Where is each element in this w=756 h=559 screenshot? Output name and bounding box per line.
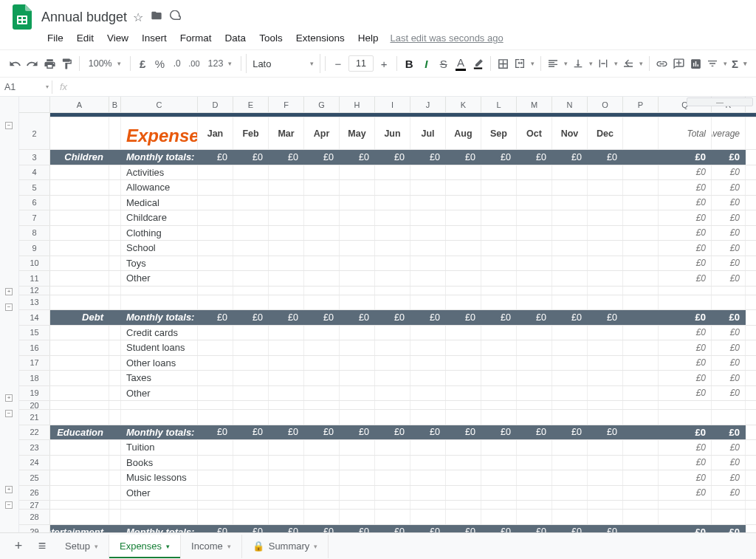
monthly-total-val[interactable]: £0 xyxy=(552,150,588,165)
functions-button[interactable]: Σ xyxy=(730,54,749,73)
section-average[interactable]: £0 xyxy=(712,425,746,440)
col-header-M[interactable]: M xyxy=(517,97,552,112)
item-month-cell[interactable] xyxy=(588,486,623,501)
monthly-total-val[interactable]: £0 xyxy=(481,150,517,165)
document-title[interactable]: Annual budget xyxy=(41,10,127,25)
item-month-cell[interactable] xyxy=(340,386,375,401)
item-month-cell[interactable] xyxy=(198,271,233,286)
item-month-cell[interactable] xyxy=(375,470,410,485)
print-button[interactable] xyxy=(41,54,57,73)
item-month-cell[interactable] xyxy=(304,356,340,371)
empty-cell[interactable] xyxy=(198,287,233,295)
item-month-cell[interactable] xyxy=(233,340,269,355)
cell[interactable] xyxy=(623,425,659,440)
row-header-18[interactable]: 18 xyxy=(19,371,50,385)
cell[interactable] xyxy=(50,371,109,385)
item-month-cell[interactable] xyxy=(269,165,304,180)
item-month-cell[interactable] xyxy=(233,256,269,271)
filter-button[interactable] xyxy=(705,54,729,73)
cell[interactable] xyxy=(50,165,109,180)
cell[interactable] xyxy=(623,165,659,180)
item-month-cell[interactable] xyxy=(269,386,304,401)
item-label[interactable]: Medical xyxy=(121,196,198,210)
item-average[interactable]: £0 xyxy=(712,180,746,195)
empty-cell[interactable] xyxy=(269,287,304,295)
empty-cell[interactable] xyxy=(712,501,746,509)
item-month-cell[interactable] xyxy=(588,470,623,485)
empty-cell[interactable] xyxy=(588,510,623,524)
decrease-decimal-button[interactable]: .0 xyxy=(169,54,185,73)
row-group-gutter[interactable]: − + − + − + − xyxy=(0,97,19,536)
row-header-10[interactable]: 10 xyxy=(19,256,50,271)
empty-cell[interactable] xyxy=(269,401,304,409)
empty-cell[interactable] xyxy=(198,295,233,310)
item-month-cell[interactable] xyxy=(446,210,481,225)
monthly-total-val[interactable]: £0 xyxy=(517,310,552,325)
item-month-cell[interactable] xyxy=(410,165,446,180)
menu-extensions[interactable]: Extensions xyxy=(290,30,351,47)
item-month-cell[interactable] xyxy=(269,180,304,195)
cell[interactable] xyxy=(109,196,121,210)
item-month-cell[interactable] xyxy=(517,326,552,340)
empty-cell[interactable] xyxy=(109,287,121,295)
item-month-cell[interactable] xyxy=(198,470,233,485)
item-month-cell[interactable] xyxy=(446,196,481,210)
month-header-Jan[interactable]: Jan xyxy=(198,117,233,149)
item-month-cell[interactable] xyxy=(304,386,340,401)
item-month-cell[interactable] xyxy=(517,210,552,225)
item-label[interactable]: Taxes xyxy=(121,371,198,385)
item-month-cell[interactable] xyxy=(552,180,588,195)
font-size-input[interactable]: 11 xyxy=(348,55,373,72)
cell[interactable] xyxy=(109,371,121,385)
item-average[interactable]: £0 xyxy=(712,196,746,210)
cell[interactable] xyxy=(109,326,121,340)
item-month-cell[interactable] xyxy=(481,196,517,210)
item-label[interactable]: Credit cards xyxy=(121,326,198,340)
sheets-logo[interactable] xyxy=(9,4,35,30)
monthly-total-val[interactable]: £0 xyxy=(233,310,269,325)
cell[interactable] xyxy=(109,180,121,195)
empty-cell[interactable] xyxy=(552,410,588,425)
text-rotation-button[interactable] xyxy=(621,54,645,73)
item-month-cell[interactable] xyxy=(446,470,481,485)
empty-cell[interactable] xyxy=(446,510,481,524)
empty-cell[interactable] xyxy=(109,295,121,310)
average-header[interactable]: Average xyxy=(712,117,746,149)
item-month-cell[interactable] xyxy=(481,486,517,501)
item-month-cell[interactable] xyxy=(340,210,375,225)
section-average[interactable]: £0 xyxy=(712,310,746,325)
monthly-total-val[interactable]: £0 xyxy=(340,150,375,165)
item-month-cell[interactable] xyxy=(552,440,588,455)
item-month-cell[interactable] xyxy=(517,226,552,241)
cell[interactable] xyxy=(623,326,659,340)
item-month-cell[interactable] xyxy=(233,196,269,210)
section-label-Debt[interactable]: Debt xyxy=(50,310,109,325)
empty-cell[interactable] xyxy=(446,295,481,310)
item-month-cell[interactable] xyxy=(410,356,446,371)
col-header-A[interactable]: A xyxy=(50,97,109,112)
col-header-F[interactable]: F xyxy=(269,97,304,112)
item-month-cell[interactable] xyxy=(481,180,517,195)
item-month-cell[interactable] xyxy=(340,326,375,340)
insert-comment-button[interactable] xyxy=(671,54,687,73)
item-month-cell[interactable] xyxy=(304,326,340,340)
item-label[interactable]: Other xyxy=(121,486,198,501)
item-month-cell[interactable] xyxy=(233,165,269,180)
select-all-corner[interactable] xyxy=(19,97,50,112)
empty-cell[interactable] xyxy=(712,410,746,425)
item-total[interactable]: £0 xyxy=(659,196,712,210)
item-month-cell[interactable] xyxy=(410,386,446,401)
empty-cell[interactable] xyxy=(198,510,233,524)
item-month-cell[interactable] xyxy=(588,386,623,401)
item-month-cell[interactable] xyxy=(517,470,552,485)
empty-cell[interactable] xyxy=(410,287,446,295)
empty-cell[interactable] xyxy=(481,501,517,509)
item-month-cell[interactable] xyxy=(198,196,233,210)
cell[interactable] xyxy=(109,271,121,286)
item-month-cell[interactable] xyxy=(269,440,304,455)
item-month-cell[interactable] xyxy=(410,271,446,286)
item-average[interactable]: £0 xyxy=(712,340,746,355)
item-month-cell[interactable] xyxy=(481,386,517,401)
cell[interactable] xyxy=(109,356,121,371)
text-color-button[interactable]: A xyxy=(453,54,468,73)
